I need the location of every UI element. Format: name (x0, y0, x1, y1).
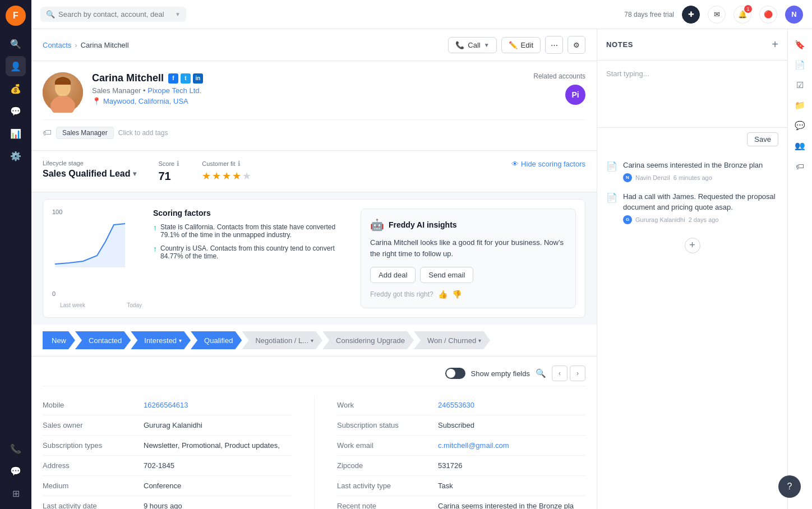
far-right-tag-icon[interactable]: 🏷 (791, 157, 809, 175)
far-right-document-icon[interactable]: 📄 (791, 56, 809, 74)
chart-top-label: 100 (52, 209, 62, 215)
help-button[interactable]: ? (778, 475, 801, 498)
notes-editor[interactable]: Start typing... (597, 61, 787, 128)
call-dropdown-arrow[interactable]: ▼ (484, 42, 490, 48)
far-right-chat-icon[interactable]: 💬 (791, 117, 809, 135)
work-value[interactable]: 246553630 (438, 401, 585, 409)
thumbs-down-icon[interactable]: 👎 (452, 290, 462, 299)
far-right-bookmark-icon[interactable]: 🔖 (791, 36, 809, 54)
details-grid: Mobile 16266564613 Sales owner Gururag K… (43, 395, 585, 509)
stage-considering-btn[interactable]: Considering Upgrade (322, 331, 414, 349)
far-right-group-icon[interactable]: 👥 (791, 137, 809, 155)
far-right-panel: 🔖 📄 ☑ 📁 💬 👥 🏷 (787, 29, 812, 509)
stage-interested-btn[interactable]: Interested ▾ (131, 331, 191, 349)
far-right-folder-icon[interactable]: 📁 (791, 96, 809, 114)
stage-new-btn[interactable]: New (43, 331, 75, 349)
interested-dropdown-icon[interactable]: ▾ (179, 337, 182, 344)
search-bar[interactable]: 🔍 ▼ (40, 7, 186, 22)
work-email-value[interactable]: c.mitchell@gmail.com (438, 441, 585, 450)
middle-panel: Contacts › Carina Mitchell 📞 Call ▼ ✏️ E… (31, 29, 597, 509)
search-dropdown-icon[interactable]: ▼ (175, 11, 181, 17)
add-tag-text[interactable]: Click to add tags (118, 129, 168, 137)
show-empty-toggle[interactable] (445, 368, 465, 379)
breadcrumb-parent[interactable]: Contacts (43, 41, 71, 49)
stage-contacted-btn[interactable]: Contacted (75, 331, 131, 349)
prev-arrow-button[interactable]: ‹ (552, 365, 568, 381)
email-icon-button[interactable]: ✉ (708, 6, 726, 24)
user-avatar[interactable]: N (785, 6, 803, 24)
negotiation-dropdown-icon[interactable]: ▾ (311, 337, 313, 344)
stage-won-churned-btn[interactable]: Won / Churned ▾ (414, 331, 490, 349)
stage-contacted[interactable]: Contacted (75, 331, 131, 349)
call-button[interactable]: 📞 Call ▼ (448, 37, 496, 53)
tag-chip-sales-manager[interactable]: Sales Manager (56, 127, 114, 139)
app-logo[interactable]: F (6, 6, 26, 26)
nav-message-icon[interactable]: 💬 (6, 461, 26, 481)
note-content-2: Had a call with James. Requested the pro… (623, 191, 778, 224)
nav-settings-icon[interactable]: ⚙️ (6, 146, 26, 166)
scoring-title: Scoring factors (153, 209, 349, 218)
stage-new[interactable]: New (43, 331, 75, 349)
notification-button[interactable]: 🔔 1 (733, 6, 751, 24)
stage-considering[interactable]: Considering Upgrade (322, 331, 414, 349)
stage-qualified[interactable]: Qualified (191, 331, 242, 349)
profile-name: Carina Mitchell (92, 72, 164, 84)
note-doc-icon-1: 📄 (606, 161, 617, 182)
account-avatar[interactable]: Pi (565, 85, 585, 105)
company-link[interactable]: Pixope Tech Ltd. (147, 86, 201, 95)
tag-icon[interactable]: 🏷 (43, 128, 52, 138)
thumbs-up-icon[interactable]: 👍 (438, 290, 447, 299)
hide-scoring-button[interactable]: 👁 Hide scoring factors (511, 160, 585, 168)
lifecycle-label: Lifecycle stage (43, 160, 136, 166)
search-fields-icon[interactable]: 🔍 (536, 368, 546, 378)
add-button[interactable]: ✚ (682, 6, 700, 24)
stage-interested[interactable]: Interested ▾ (131, 331, 191, 349)
nav-contacts-icon[interactable]: 👤 (6, 56, 26, 76)
score-label: Score ℹ (159, 160, 180, 168)
score-item: Score ℹ 71 (159, 160, 180, 183)
add-deal-button[interactable]: Add deal (370, 267, 416, 283)
stage-won-churned[interactable]: Won / Churned ▾ (414, 331, 490, 349)
lifecycle-value[interactable]: Sales Qualified Lead ▾ (43, 169, 136, 179)
notes-list: 📄 Carina seems interested in the Bronze … (597, 151, 787, 509)
facebook-icon[interactable]: f (168, 73, 178, 84)
detail-mobile: Mobile 16266564613 (43, 395, 292, 415)
profile-location[interactable]: 📍 Maywood, California, USA (92, 97, 524, 105)
next-arrow-button[interactable]: › (570, 365, 585, 381)
customer-fit-info-icon[interactable]: ℹ (238, 160, 241, 168)
stage-negotiation-btn[interactable]: Negotiation / L... ▾ (242, 331, 322, 349)
far-right-checklist-icon[interactable]: ☑ (791, 76, 809, 94)
notes-list-add-button[interactable]: + (685, 238, 700, 253)
nav-conversations-icon[interactable]: 💬 (6, 101, 26, 121)
twitter-icon[interactable]: t (181, 73, 191, 84)
linkedin-icon[interactable]: in (193, 73, 203, 84)
trial-badge: 78 days free trial (624, 11, 674, 18)
stage-negotiation[interactable]: Negotiation / L... ▾ (242, 331, 322, 349)
settings-button[interactable]: ⚙ (568, 36, 585, 54)
last-activity-type-value: Task (438, 482, 585, 490)
nav-deals-icon[interactable]: 💰 (6, 78, 26, 99)
notes-add-icon[interactable]: + (772, 38, 778, 51)
search-input[interactable] (58, 10, 172, 18)
nav-phone-icon[interactable]: 📞 (6, 438, 26, 459)
nav-grid-icon[interactable]: ⊞ (6, 483, 26, 503)
notes-save-button[interactable]: Save (747, 132, 778, 146)
send-email-button[interactable]: Send email (420, 267, 473, 283)
tags-row: 🏷 Sales Manager Click to add tags (43, 119, 585, 139)
stage-qualified-btn[interactable]: Qualified (191, 331, 242, 349)
medium-value: Conference (144, 482, 292, 490)
edit-button[interactable]: ✏️ Edit (501, 37, 541, 53)
last-activity-date-label: Last activity date (43, 502, 144, 509)
lifecycle-stage-text: Sales Qualified Lead (43, 169, 131, 179)
score-info-icon[interactable]: ℹ (177, 160, 179, 168)
more-options-button[interactable]: ⋯ (545, 36, 563, 54)
alert-button[interactable]: 🔴 (759, 6, 777, 24)
won-churned-dropdown-icon[interactable]: ▾ (478, 337, 481, 344)
lifecycle-dropdown-arrow[interactable]: ▾ (133, 170, 136, 178)
mobile-value[interactable]: 16266564613 (144, 401, 292, 409)
nav-search-icon[interactable]: 🔍 (6, 34, 26, 54)
breadcrumb: Contacts › Carina Mitchell (43, 41, 129, 49)
toggle-knob (446, 369, 455, 378)
note-doc-icon-2: 📄 (606, 192, 617, 224)
nav-reports-icon[interactable]: 📊 (6, 123, 26, 144)
